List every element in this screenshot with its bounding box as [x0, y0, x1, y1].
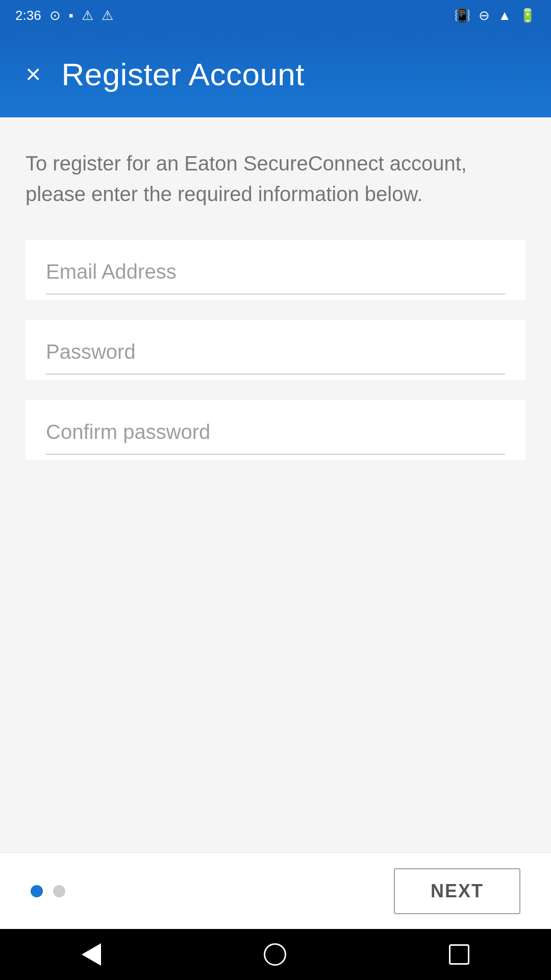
email-input[interactable] — [46, 255, 505, 295]
sync-icon: ⊙ — [49, 8, 61, 23]
recent-button[interactable] — [449, 944, 469, 965]
status-bar-right: 📳 ⊖ ▲ 🔋 — [454, 8, 536, 23]
time-display: 2:36 — [15, 8, 41, 23]
header: × Register Account — [0, 31, 551, 117]
description-text: To register for an Eaton SecureConnect a… — [26, 148, 525, 209]
dot-2 — [53, 885, 65, 897]
do-not-disturb-icon: ⊖ — [479, 8, 490, 23]
square-icon: ▪ — [69, 8, 73, 23]
wifi-icon: ▲ — [498, 8, 511, 23]
nav-bar — [0, 929, 551, 980]
home-button[interactable] — [264, 943, 286, 966]
confirm-password-field-container — [26, 400, 525, 460]
main-content: To register for an Eaton SecureConnect a… — [0, 117, 551, 852]
vibrate-icon: 📳 — [454, 8, 470, 23]
confirm-password-input[interactable] — [46, 415, 505, 455]
password-input[interactable] — [46, 335, 505, 375]
page-title: Register Account — [61, 56, 305, 92]
dot-1 — [31, 885, 43, 897]
warning2-icon: ⚠ — [102, 8, 113, 23]
pagination-dots — [31, 885, 65, 897]
register-form — [26, 240, 525, 480]
password-field-container — [26, 320, 525, 380]
warning-icon: ⚠ — [82, 8, 93, 23]
battery-icon: 🔋 — [519, 8, 536, 23]
status-bar: 2:36 ⊙ ▪ ⚠ ⚠ 📳 ⊖ ▲ 🔋 — [0, 0, 551, 31]
next-button[interactable]: NEXT — [394, 868, 520, 914]
email-field-container — [26, 240, 525, 300]
close-button[interactable]: × — [26, 61, 41, 87]
bottom-bar: NEXT — [0, 852, 551, 929]
status-bar-left: 2:36 ⊙ ▪ ⚠ ⚠ — [15, 8, 113, 23]
back-button[interactable] — [82, 943, 101, 966]
